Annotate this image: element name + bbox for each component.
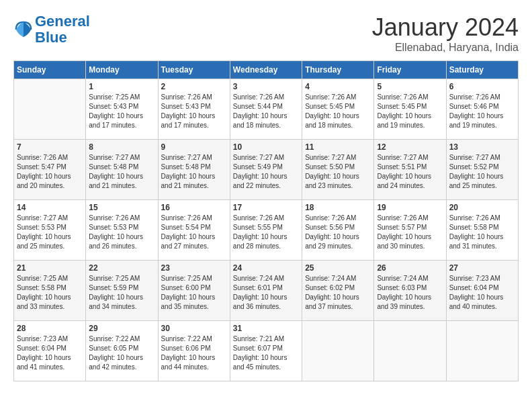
day-number: 11 [305,142,371,152]
calendar-cell [302,321,374,381]
day-info: Sunrise: 7:24 AMSunset: 6:02 PMDaylight:… [305,274,371,312]
day-info: Sunrise: 7:26 AMSunset: 5:55 PMDaylight:… [233,214,299,251]
calendar-cell: 25Sunrise: 7:24 AMSunset: 6:02 PMDayligh… [302,261,374,321]
day-info: Sunrise: 7:25 AMSunset: 5:43 PMDaylight:… [89,93,154,130]
day-info: Sunrise: 7:22 AMSunset: 6:06 PMDaylight:… [161,334,227,372]
day-info: Sunrise: 7:26 AMSunset: 5:43 PMDaylight:… [161,93,227,130]
day-info: Sunrise: 7:26 AMSunset: 5:54 PMDaylight:… [161,214,227,251]
calendar-cell: 2Sunrise: 7:26 AMSunset: 5:43 PMDaylight… [158,79,230,140]
calendar-cell: 4Sunrise: 7:26 AMSunset: 5:45 PMDaylight… [302,79,374,140]
day-info: Sunrise: 7:27 AMSunset: 5:51 PMDaylight:… [377,153,443,191]
day-number: 13 [449,142,515,152]
col-friday: Friday [374,61,446,79]
logo-text: General Blue [35,13,90,46]
day-info: Sunrise: 7:26 AMSunset: 5:57 PMDaylight:… [377,214,443,251]
calendar-cell: 22Sunrise: 7:25 AMSunset: 5:59 PMDayligh… [86,261,158,321]
calendar-cell: 21Sunrise: 7:25 AMSunset: 5:58 PMDayligh… [14,261,86,321]
day-info: Sunrise: 7:25 AMSunset: 6:00 PMDaylight:… [161,274,227,312]
day-info: Sunrise: 7:27 AMSunset: 5:50 PMDaylight:… [305,153,371,191]
day-info: Sunrise: 7:26 AMSunset: 5:44 PMDaylight:… [233,93,299,130]
day-number: 22 [89,263,154,273]
day-info: Sunrise: 7:25 AMSunset: 5:59 PMDaylight:… [89,274,154,312]
day-info: Sunrise: 7:26 AMSunset: 5:45 PMDaylight:… [305,93,371,130]
calendar-cell: 26Sunrise: 7:24 AMSunset: 6:03 PMDayligh… [374,261,446,321]
day-info: Sunrise: 7:27 AMSunset: 5:48 PMDaylight:… [89,153,154,191]
day-number: 9 [161,142,227,152]
day-number: 31 [233,324,299,333]
calendar-cell [446,321,518,381]
calendar-cell: 14Sunrise: 7:27 AMSunset: 5:53 PMDayligh… [14,200,86,261]
header-row: Sunday Monday Tuesday Wednesday Thursday… [14,61,519,79]
logo-icon [13,19,34,40]
col-wednesday: Wednesday [230,61,302,79]
calendar-cell: 5Sunrise: 7:26 AMSunset: 5:45 PMDaylight… [374,79,446,140]
calendar-cell: 8Sunrise: 7:27 AMSunset: 5:48 PMDaylight… [86,140,158,200]
calendar-cell: 17Sunrise: 7:26 AMSunset: 5:55 PMDayligh… [230,200,302,261]
calendar-cell [14,79,86,140]
calendar-cell: 16Sunrise: 7:26 AMSunset: 5:54 PMDayligh… [158,200,230,261]
day-info: Sunrise: 7:21 AMSunset: 6:07 PMDaylight:… [233,334,299,372]
day-number: 15 [89,203,154,212]
day-info: Sunrise: 7:26 AMSunset: 5:56 PMDaylight:… [305,214,371,251]
calendar-cell: 1Sunrise: 7:25 AMSunset: 5:43 PMDaylight… [86,79,158,140]
day-info: Sunrise: 7:24 AMSunset: 6:03 PMDaylight:… [377,274,443,312]
day-number: 7 [17,142,83,152]
day-number: 23 [161,263,227,273]
calendar-cell: 3Sunrise: 7:26 AMSunset: 5:44 PMDaylight… [230,79,302,140]
calendar-cell: 31Sunrise: 7:21 AMSunset: 6:07 PMDayligh… [230,321,302,381]
calendar-week-5: 28Sunrise: 7:23 AMSunset: 6:04 PMDayligh… [14,321,519,381]
day-info: Sunrise: 7:23 AMSunset: 6:04 PMDaylight:… [449,274,515,312]
day-info: Sunrise: 7:26 AMSunset: 5:58 PMDaylight:… [449,214,515,251]
day-info: Sunrise: 7:27 AMSunset: 5:48 PMDaylight:… [161,153,227,191]
location: Ellenabad, Haryana, India [372,42,519,54]
title-block: January 2024 Ellenabad, Haryana, India [372,13,519,54]
day-info: Sunrise: 7:25 AMSunset: 5:58 PMDaylight:… [17,274,83,312]
col-monday: Monday [86,61,158,79]
day-info: Sunrise: 7:26 AMSunset: 5:46 PMDaylight:… [449,93,515,130]
day-info: Sunrise: 7:27 AMSunset: 5:53 PMDaylight:… [17,214,83,251]
calendar-cell: 19Sunrise: 7:26 AMSunset: 5:57 PMDayligh… [374,200,446,261]
day-number: 1 [89,82,154,91]
day-info: Sunrise: 7:23 AMSunset: 6:04 PMDaylight:… [17,334,83,372]
day-number: 21 [17,263,83,273]
day-number: 12 [377,142,443,152]
day-number: 17 [233,203,299,212]
col-saturday: Saturday [446,61,518,79]
calendar-week-1: 1Sunrise: 7:25 AMSunset: 5:43 PMDaylight… [14,79,519,140]
logo: General Blue [13,13,90,46]
calendar-cell: 11Sunrise: 7:27 AMSunset: 5:50 PMDayligh… [302,140,374,200]
day-info: Sunrise: 7:26 AMSunset: 5:45 PMDaylight:… [377,93,443,130]
calendar-cell: 6Sunrise: 7:26 AMSunset: 5:46 PMDaylight… [446,79,518,140]
day-number: 27 [449,263,515,273]
calendar-table: Sunday Monday Tuesday Wednesday Thursday… [13,60,519,381]
day-info: Sunrise: 7:24 AMSunset: 6:01 PMDaylight:… [233,274,299,312]
day-number: 4 [305,82,371,91]
calendar-cell: 10Sunrise: 7:27 AMSunset: 5:49 PMDayligh… [230,140,302,200]
day-number: 14 [17,203,83,212]
day-number: 18 [305,203,371,212]
day-info: Sunrise: 7:26 AMSunset: 5:47 PMDaylight:… [17,153,83,191]
calendar-cell: 27Sunrise: 7:23 AMSunset: 6:04 PMDayligh… [446,261,518,321]
calendar-cell: 13Sunrise: 7:27 AMSunset: 5:52 PMDayligh… [446,140,518,200]
day-number: 24 [233,263,299,273]
calendar-cell: 24Sunrise: 7:24 AMSunset: 6:01 PMDayligh… [230,261,302,321]
col-tuesday: Tuesday [158,61,230,79]
day-info: Sunrise: 7:26 AMSunset: 5:53 PMDaylight:… [89,214,154,251]
calendar-cell: 12Sunrise: 7:27 AMSunset: 5:51 PMDayligh… [374,140,446,200]
col-sunday: Sunday [14,61,86,79]
calendar-cell: 28Sunrise: 7:23 AMSunset: 6:04 PMDayligh… [14,321,86,381]
day-number: 25 [305,263,371,273]
calendar-cell: 29Sunrise: 7:22 AMSunset: 6:05 PMDayligh… [86,321,158,381]
day-info: Sunrise: 7:27 AMSunset: 5:49 PMDaylight:… [233,153,299,191]
calendar-cell: 30Sunrise: 7:22 AMSunset: 6:06 PMDayligh… [158,321,230,381]
day-number: 26 [377,263,443,273]
calendar-week-3: 14Sunrise: 7:27 AMSunset: 5:53 PMDayligh… [14,200,519,261]
day-info: Sunrise: 7:22 AMSunset: 6:05 PMDaylight:… [89,334,154,372]
calendar-cell: 23Sunrise: 7:25 AMSunset: 6:00 PMDayligh… [158,261,230,321]
day-info: Sunrise: 7:27 AMSunset: 5:52 PMDaylight:… [449,153,515,191]
day-number: 2 [161,82,227,91]
calendar-cell: 15Sunrise: 7:26 AMSunset: 5:53 PMDayligh… [86,200,158,261]
day-number: 30 [161,324,227,333]
day-number: 6 [449,82,515,91]
calendar-cell: 7Sunrise: 7:26 AMSunset: 5:47 PMDaylight… [14,140,86,200]
